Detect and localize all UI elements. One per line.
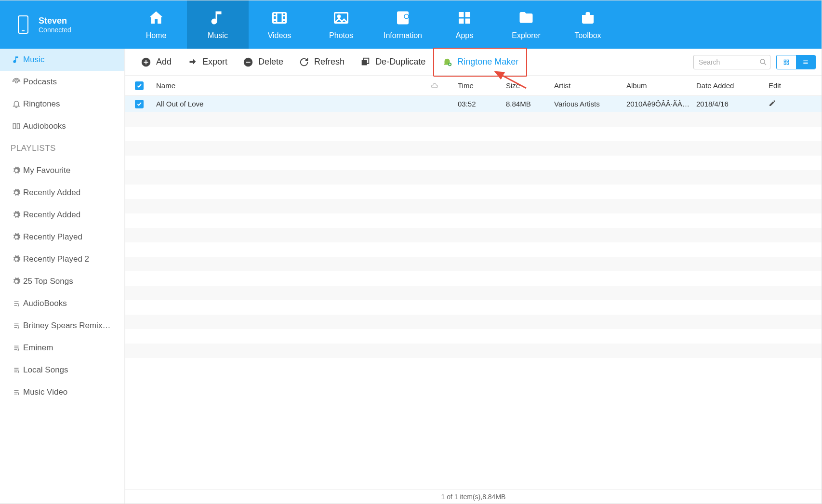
- sidebar-playlist-item[interactable]: 25 Top Songs: [0, 270, 124, 292]
- sidebar-playlist-item[interactable]: Recently Played 2: [0, 248, 124, 270]
- folder-icon: [517, 9, 535, 27]
- svg-point-37: [760, 59, 765, 64]
- col-date[interactable]: Date Added: [696, 81, 769, 90]
- col-edit[interactable]: Edit: [769, 81, 822, 90]
- sidebar-playlist-item[interactable]: Music Video: [0, 381, 124, 403]
- sidebar-playlist-item[interactable]: Local Songs: [0, 359, 124, 381]
- gear-icon: [12, 210, 21, 220]
- empty-row: [125, 170, 822, 185]
- cell-edit[interactable]: [769, 99, 822, 108]
- list-view-button[interactable]: [796, 55, 815, 69]
- playlist-icon: [12, 387, 21, 397]
- col-name[interactable]: Name: [154, 81, 458, 90]
- apps-icon: [456, 9, 473, 27]
- cloud-icon: [431, 83, 438, 89]
- pencil-icon: [769, 99, 776, 107]
- col-album[interactable]: Album: [626, 81, 696, 90]
- music-note-icon: [12, 55, 21, 65]
- playlist-icon: [12, 321, 21, 331]
- list-icon: [801, 59, 810, 66]
- sidebar-item-music[interactable]: Music: [0, 49, 124, 71]
- table-row[interactable]: All Out of Love 03:52 8.84MB Various Art…: [125, 96, 822, 112]
- empty-row: [125, 213, 822, 228]
- empty-row: [125, 185, 822, 199]
- col-time[interactable]: Time: [458, 81, 506, 90]
- sidebar-item-ringtones[interactable]: Ringtones: [0, 93, 124, 115]
- cell-album: 2010Äê9ÔÂÂ·ÃÀD…: [626, 100, 696, 108]
- view-toggle: [776, 55, 816, 69]
- row-checkbox[interactable]: [135, 100, 154, 108]
- cell-name: All Out of Love: [154, 100, 458, 108]
- cell-artist: Various Artists: [554, 100, 626, 108]
- col-size[interactable]: Size: [506, 81, 554, 90]
- sidebar-item-audiobooks[interactable]: Audiobooks: [0, 115, 124, 137]
- nav-music[interactable]: Music: [187, 0, 249, 49]
- ringtone-maker-button[interactable]: Ringtone Maker: [434, 49, 526, 76]
- home-icon: [147, 9, 165, 27]
- svg-rect-2: [273, 13, 286, 23]
- grid-view-button[interactable]: [777, 55, 796, 69]
- playlist-icon: [12, 365, 21, 375]
- sidebar-playlist-item[interactable]: AudioBooks: [0, 292, 124, 315]
- svg-point-10: [338, 15, 340, 18]
- svg-rect-14: [459, 19, 464, 24]
- empty-row: [125, 228, 822, 242]
- delete-button[interactable]: Delete: [235, 49, 291, 76]
- deduplicate-button[interactable]: De-Duplicate: [352, 49, 433, 76]
- empty-row: [125, 156, 822, 170]
- nav-videos[interactable]: Videos: [249, 0, 310, 49]
- empty-row: [125, 112, 822, 127]
- gear-icon: [12, 277, 21, 286]
- sidebar-playlist-item[interactable]: Recently Added: [0, 204, 124, 226]
- export-icon: [187, 57, 198, 67]
- device-name: Steven: [39, 16, 71, 26]
- nav-information[interactable]: Information: [372, 0, 434, 49]
- gear-icon: [12, 166, 21, 175]
- svg-rect-39: [784, 60, 786, 62]
- sidebar-playlist-item[interactable]: My Favourite: [0, 159, 124, 182]
- svg-rect-13: [465, 12, 471, 17]
- playlist-icon: [12, 343, 21, 353]
- plus-circle-icon: [141, 57, 151, 67]
- top-bar: Steven Connected Home Music Videos Photo…: [0, 0, 822, 49]
- empty-row: [125, 358, 822, 372]
- col-artist[interactable]: Artist: [554, 81, 626, 90]
- nav-apps[interactable]: Apps: [434, 0, 495, 49]
- sidebar-item-podcasts[interactable]: Podcasts: [0, 71, 124, 93]
- cell-date: 2018/4/16: [696, 100, 769, 108]
- empty-row: [125, 141, 822, 156]
- sidebar-header-playlists: PLAYLISTS: [0, 137, 124, 159]
- playlist-icon: [12, 299, 21, 308]
- nav-explorer[interactable]: Explorer: [495, 0, 557, 49]
- minus-circle-icon: [243, 57, 253, 67]
- svg-rect-15: [465, 19, 471, 24]
- nav-photos[interactable]: Photos: [310, 0, 372, 49]
- podcast-icon: [12, 77, 21, 87]
- sidebar-playlist-item[interactable]: Britney Spears Remix…: [0, 315, 124, 337]
- export-button[interactable]: Export: [179, 49, 235, 76]
- table-body: All Out of Love 03:52 8.84MB Various Art…: [125, 96, 822, 489]
- header-checkbox[interactable]: [135, 81, 154, 90]
- refresh-button[interactable]: Refresh: [291, 49, 352, 76]
- refresh-icon: [299, 57, 309, 67]
- sidebar-playlist-item[interactable]: Recently Added: [0, 182, 124, 204]
- svg-point-16: [15, 81, 18, 83]
- svg-rect-42: [787, 63, 789, 65]
- nav-toolbox[interactable]: Toolbox: [557, 0, 619, 49]
- toolbar: Add Export Delete Refresh De-Duplicate: [125, 49, 822, 76]
- cell-size: 8.84MB: [506, 100, 554, 108]
- empty-row: [125, 344, 822, 358]
- nav-home[interactable]: Home: [125, 0, 187, 49]
- empty-row: [125, 329, 822, 344]
- sidebar-playlist-item[interactable]: Recently Played: [0, 226, 124, 248]
- svg-rect-40: [787, 60, 789, 62]
- table-header: Name Time Size Artist Album Date Added E…: [125, 76, 822, 96]
- device-panel[interactable]: Steven Connected: [0, 0, 125, 49]
- add-button[interactable]: Add: [133, 49, 179, 76]
- empty-row: [125, 199, 822, 213]
- sidebar-playlist-item[interactable]: Eminem: [0, 337, 124, 359]
- empty-row: [125, 300, 822, 315]
- status-bar: 1 of 1 item(s),8.84MB: [125, 489, 822, 504]
- toolbox-icon: [579, 9, 597, 27]
- svg-rect-34: [362, 60, 367, 65]
